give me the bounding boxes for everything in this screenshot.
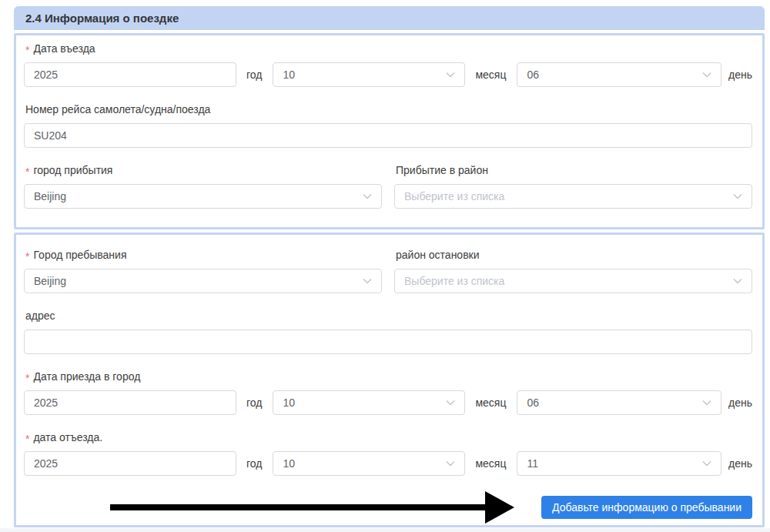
entry-month-select[interactable]: 10	[273, 62, 465, 87]
stay-city-select[interactable]: Beijing	[24, 269, 382, 293]
section-title: 2.4 Информация о поездке	[25, 12, 179, 25]
trip-info-page: 2.4 Информация о поездке * Дата въезда г…	[0, 0, 770, 532]
city-arrival-date-label: * Дата приезда в город	[25, 370, 752, 383]
entry-date-label: * Дата въезда	[25, 42, 752, 55]
city-arrival-year-input[interactable]	[24, 390, 236, 415]
chevron-down-icon	[733, 278, 742, 284]
departure-year-input[interactable]	[24, 451, 236, 476]
stay-info-box: * Город пребывания район остановки Beiji…	[14, 233, 765, 527]
stop-district-label: район остановки	[396, 248, 752, 262]
day-unit-label: день	[728, 69, 752, 81]
stay-labels-row: * Город пребывания район остановки	[24, 248, 752, 269]
day-unit-label: день	[728, 396, 752, 409]
chevron-down-icon	[702, 400, 711, 406]
chevron-down-icon	[363, 193, 372, 199]
required-marker: *	[25, 165, 29, 179]
address-label: адрес	[25, 309, 752, 323]
transport-number-label: Номер рейса самолета/судна/поезда	[25, 102, 752, 116]
stay-city-label: * Город пребывания	[25, 248, 382, 262]
departure-day-select[interactable]: 11	[517, 451, 721, 476]
chevron-down-icon	[702, 460, 711, 467]
year-unit-label: год	[246, 396, 262, 409]
day-unit-label: день	[728, 457, 752, 470]
year-unit-label: год	[246, 69, 262, 81]
address-input[interactable]	[24, 330, 752, 354]
month-unit-label: месяц	[475, 396, 506, 409]
departure-date-row: год 10 месяц 11 день	[24, 451, 752, 476]
chevron-down-icon	[446, 400, 455, 406]
arrival-city-select[interactable]: Beijing	[24, 184, 382, 209]
arrival-labels-row: * город прибытия Прибытие в район	[24, 163, 752, 184]
arrival-district-label: Прибытие в район	[396, 163, 752, 177]
city-arrival-date-row: год 10 месяц 06 день	[24, 390, 752, 415]
address-row	[24, 330, 752, 354]
section-header: 2.4 Информация о поездке	[14, 6, 765, 30]
annotation-arrow-icon	[110, 490, 514, 524]
year-unit-label: год	[246, 457, 262, 470]
add-stay-button[interactable]: Добавьте информацию о пребывании	[541, 496, 752, 519]
arrival-district-select[interactable]: Выберите из списка	[394, 184, 752, 209]
arrival-city-label: * город прибытия	[25, 163, 382, 177]
month-unit-label: месяц	[475, 69, 506, 81]
chevron-down-icon	[363, 278, 372, 284]
chevron-down-icon	[446, 72, 455, 78]
page-background-strip	[0, 528, 770, 532]
chevron-down-icon	[702, 72, 711, 78]
entry-info-box: * Дата въезда год 10 месяц 06	[14, 33, 765, 229]
required-marker: *	[25, 371, 29, 385]
required-marker: *	[25, 43, 29, 57]
departure-month-select[interactable]: 10	[273, 451, 465, 476]
transport-number-row	[24, 123, 752, 148]
stop-district-select[interactable]: Выберите из списка	[394, 269, 752, 293]
city-arrival-month-select[interactable]: 10	[273, 390, 465, 415]
entry-day-select[interactable]: 06	[517, 62, 721, 87]
entry-date-row: год 10 месяц 06 день	[24, 62, 752, 87]
arrival-selects-row: Beijing Выберите из списка	[24, 184, 752, 209]
chevron-down-icon	[733, 193, 742, 199]
city-arrival-day-select[interactable]: 06	[517, 390, 721, 415]
departure-date-label: * дата отъезда.	[25, 430, 752, 444]
chevron-down-icon	[446, 460, 455, 467]
entry-year-input[interactable]	[24, 62, 236, 87]
stay-selects-row: Beijing Выберите из списка	[24, 269, 752, 293]
add-stay-action-row: Добавьте информацию о пребывании	[24, 496, 752, 519]
month-unit-label: месяц	[475, 457, 506, 470]
transport-number-input[interactable]	[24, 123, 752, 148]
required-marker: *	[25, 249, 29, 263]
required-marker: *	[25, 432, 29, 446]
